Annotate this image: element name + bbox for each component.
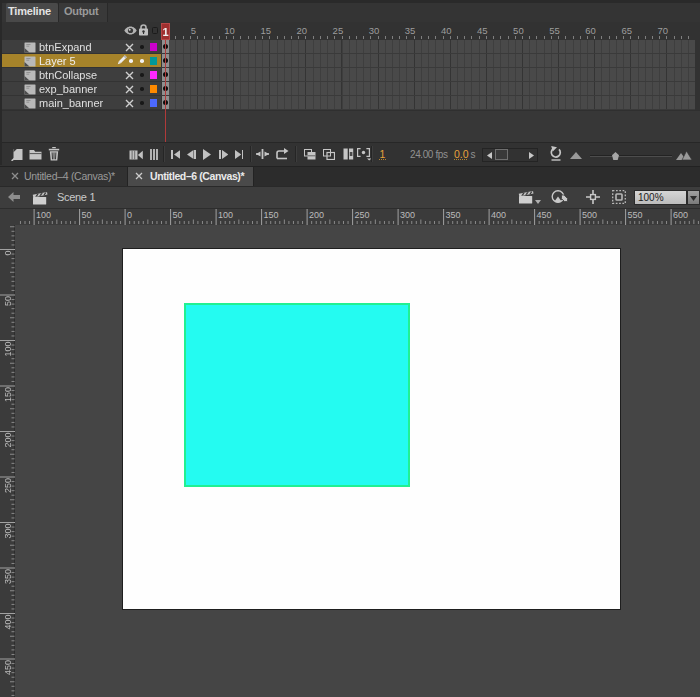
- svg-text:250: 250: [355, 210, 370, 220]
- svg-text:100: 100: [218, 210, 233, 220]
- svg-text:550: 550: [628, 210, 643, 220]
- svg-text:50: 50: [173, 210, 183, 220]
- svg-text:200: 200: [309, 210, 324, 220]
- svg-text:350: 350: [446, 210, 461, 220]
- svg-text:0: 0: [127, 210, 132, 220]
- svg-text:400: 400: [491, 210, 506, 220]
- svg-text:450: 450: [537, 210, 552, 220]
- svg-text:600: 600: [673, 210, 688, 220]
- svg-text:50: 50: [82, 210, 92, 220]
- svg-text:0: 0: [3, 251, 13, 256]
- svg-text:100: 100: [36, 210, 51, 220]
- svg-text:300: 300: [400, 210, 415, 220]
- svg-text:500: 500: [582, 210, 597, 220]
- svg-text:150: 150: [264, 210, 279, 220]
